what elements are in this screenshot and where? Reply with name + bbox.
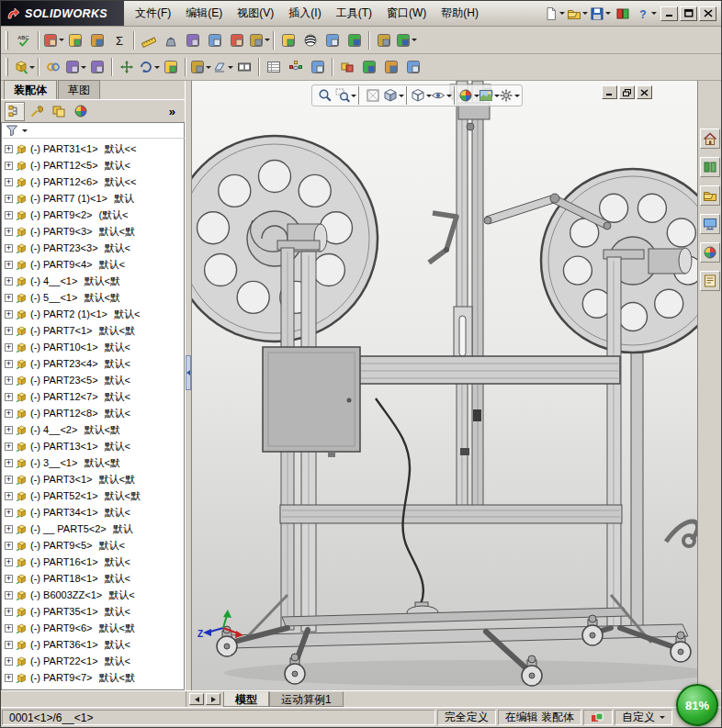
comment-button[interactable] <box>64 29 86 51</box>
appearances-button[interactable] <box>71 102 91 121</box>
tree-item[interactable]: +(-) PART10<1>默认< <box>2 339 184 355</box>
tree-item[interactable]: +(-) PART9<2>(默认< <box>2 207 184 223</box>
spell-check-button[interactable]: ABC <box>13 29 35 51</box>
section-properties-button[interactable] <box>182 29 204 51</box>
tree-item[interactable]: +(-) 4__<2>默认<默 <box>2 421 184 438</box>
expand-toggle[interactable]: + <box>5 277 13 286</box>
tree-item[interactable]: +(-) PART12<6>默认<< <box>2 174 184 190</box>
tree-item[interactable]: +(-) PART18<1>默认< <box>2 570 184 587</box>
tree-item[interactable]: +(-) PART22<1>默认< <box>2 653 184 669</box>
tree-item[interactable]: +(-) PART9<3>默认<默 <box>2 223 184 240</box>
assemblyxpert-button[interactable] <box>380 56 402 78</box>
tree-item[interactable]: +(-) PART7 (1)<1>默认 <box>2 190 184 207</box>
expand-toggle[interactable]: + <box>5 459 13 467</box>
expand-toggle[interactable]: + <box>5 476 13 484</box>
zoom-fit-button[interactable] <box>315 85 335 106</box>
tree-item[interactable]: +(-) PART52<1>默认<默 <box>2 487 184 504</box>
appearances-scenes-button[interactable] <box>700 242 720 263</box>
maximize-button[interactable] <box>680 6 697 21</box>
tab-motion-study-1[interactable]: 运动算例1 <box>269 691 344 707</box>
rotate-component-button[interactable] <box>138 56 160 78</box>
file-explorer-button[interactable] <box>700 185 720 206</box>
tab-sketch[interactable]: 草图 <box>58 80 100 99</box>
tree-item[interactable]: +(-) PART23<4>默认< <box>2 355 184 372</box>
mate-button[interactable] <box>42 56 64 78</box>
macro-button[interactable] <box>395 29 417 51</box>
view-palette-button[interactable] <box>700 214 720 234</box>
expand-toggle[interactable]: + <box>5 624 13 633</box>
featuremanager-tree-button[interactable] <box>5 102 25 121</box>
expand-toggle[interactable]: + <box>5 657 13 666</box>
zebra-stripes-button[interactable] <box>299 29 322 51</box>
close-button[interactable] <box>699 6 716 21</box>
menu-item-1[interactable]: 编辑(E) <box>178 2 230 25</box>
bill-of-materials-button[interactable] <box>263 56 285 78</box>
minimize-button[interactable] <box>660 6 678 21</box>
tree-item[interactable]: +(-) 5__<1>默认<默 <box>2 289 184 306</box>
draft-analysis-button[interactable] <box>322 29 344 51</box>
panel-expand-button[interactable]: » <box>164 105 181 118</box>
design-binder-button[interactable] <box>86 29 108 51</box>
expand-toggle[interactable]: + <box>5 575 13 583</box>
import-diagnostics-button[interactable] <box>248 29 270 51</box>
menu-item-5[interactable]: 窗口(W) <box>379 2 434 25</box>
tab-scroll-left-button[interactable] <box>189 693 204 705</box>
tree-item[interactable]: +(-) PART31<1>默认<< <box>2 140 184 157</box>
clearance-verification-button[interactable] <box>358 56 380 78</box>
expand-toggle[interactable]: + <box>5 442 13 451</box>
expand-toggle[interactable]: + <box>5 641 13 649</box>
design-library-button[interactable] <box>700 157 720 177</box>
tree-item[interactable]: +(-) PART13<1>默认< <box>2 438 184 454</box>
menu-item-6[interactable]: 帮助(H) <box>434 2 486 25</box>
check-button[interactable] <box>204 29 226 51</box>
model-canvas[interactable] <box>192 81 697 690</box>
measure-button[interactable] <box>138 29 160 51</box>
lower-cross-beam[interactable] <box>280 505 622 523</box>
options-button[interactable] <box>373 29 395 51</box>
expand-toggle[interactable]: + <box>5 244 13 252</box>
menu-item-2[interactable]: 视图(V) <box>230 2 281 25</box>
tree-item[interactable]: +(-) 4__<1>默认<默 <box>2 273 184 289</box>
tree-item[interactable]: +(-) PART23<3>默认< <box>2 240 184 256</box>
expand-toggle[interactable]: + <box>5 492 13 500</box>
explode-line-sketch-button[interactable] <box>307 56 329 78</box>
tree-item[interactable]: +(-) __ PART5<2>默认 <box>2 521 184 537</box>
view-selector-button[interactable] <box>363 85 383 106</box>
configurationmanager-button[interactable] <box>49 102 69 121</box>
tree-item[interactable]: +(-) PART36<1>默认< <box>2 636 184 653</box>
smart-fasteners-button[interactable] <box>86 56 108 78</box>
move-component-button[interactable] <box>116 56 138 78</box>
tab-model[interactable]: 模型 <box>223 691 269 707</box>
control-box[interactable] <box>263 347 360 457</box>
apply-scene-button[interactable] <box>479 85 499 106</box>
tree-item[interactable]: +(-) B6003ZZ<1>默认< <box>2 587 184 603</box>
status-custom[interactable]: 自定义 <box>615 710 672 725</box>
tree-item[interactable]: +(-) 3__<1>默认<默 <box>2 454 184 471</box>
expand-toggle[interactable]: + <box>5 376 13 385</box>
tree-item[interactable]: +(-) PART12<8>默认< <box>2 405 184 421</box>
expand-toggle[interactable]: + <box>5 393 13 401</box>
expand-toggle[interactable]: + <box>5 162 13 170</box>
doc-close-button[interactable] <box>637 85 652 99</box>
open-document-button[interactable] <box>566 3 588 25</box>
tree-item[interactable]: +(-) PART12<5>默认< <box>2 157 184 174</box>
expand-toggle[interactable]: + <box>5 525 13 533</box>
save-button[interactable] <box>589 3 611 25</box>
equations-button[interactable]: Σ <box>108 29 130 51</box>
expand-toggle[interactable]: + <box>5 145 13 153</box>
expand-toggle[interactable]: + <box>5 426 13 434</box>
assembly-features-button[interactable] <box>189 56 211 78</box>
mass-properties-button[interactable] <box>160 29 182 51</box>
menu-item-0[interactable]: 文件(F) <box>128 2 178 25</box>
tree-item[interactable]: +(-) PART23<5>默认< <box>2 372 184 388</box>
tree-item[interactable]: +(-) PART9<5>默认< <box>2 537 184 554</box>
undercut-analysis-button[interactable] <box>344 29 366 51</box>
tree-item[interactable]: +(-) PART12<7>默认< <box>2 388 184 405</box>
expand-toggle[interactable]: + <box>5 195 13 203</box>
tree-item[interactable]: +(-) PART3<1>默认<默 <box>2 471 184 487</box>
view-orientation-button[interactable] <box>383 85 403 106</box>
menu-item-4[interactable]: 工具(T) <box>329 2 379 25</box>
expand-toggle[interactable]: + <box>5 360 13 368</box>
splitter-grip[interactable] <box>186 355 191 390</box>
toolbar-grip[interactable] <box>6 31 8 50</box>
